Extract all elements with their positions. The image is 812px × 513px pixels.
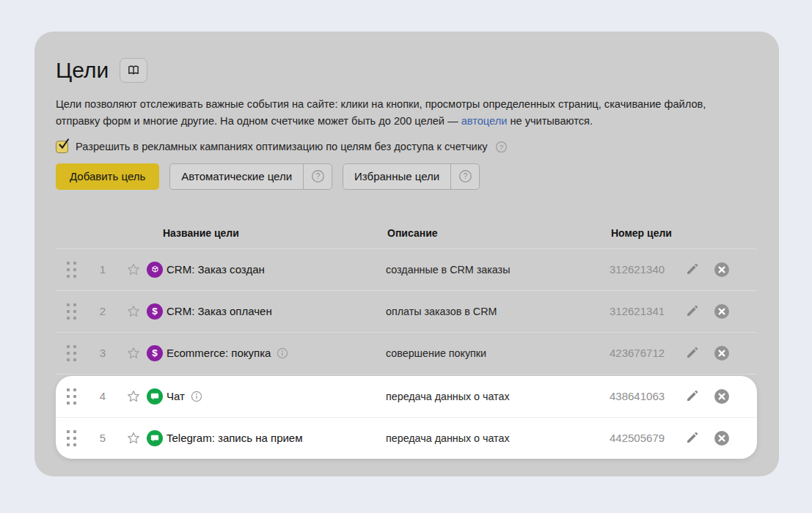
drag-handle[interactable] — [67, 430, 77, 446]
info-icon[interactable] — [191, 391, 202, 402]
drag-handle[interactable] — [67, 262, 77, 278]
goal-id: 438641063 — [610, 390, 679, 402]
favorite-star-icon[interactable] — [125, 303, 142, 320]
optimization-checkbox[interactable] — [56, 141, 68, 153]
toolbar: Добавить цель Автоматические цели ? Избр… — [56, 163, 779, 190]
intro-text-part1: Цели позволяют отслеживать важные событи… — [56, 98, 706, 127]
svg-text:?: ? — [463, 171, 467, 180]
goal-row: 5 Telegram: запись на прием передача дан… — [56, 417, 757, 459]
chat-icon — [147, 388, 163, 405]
table-header: Название цели Описание Номер цели — [56, 218, 757, 248]
docs-button[interactable] — [120, 58, 147, 83]
goal-name: Ecommerce: покупка — [167, 347, 386, 359]
dollar-icon: $ — [147, 345, 163, 361]
add-goal-button[interactable]: Добавить цель — [56, 163, 159, 190]
delete-icon[interactable] — [714, 388, 730, 405]
favorite-goals-button[interactable]: Избранные цели ? — [343, 163, 480, 190]
goals-table: Название цели Описание Номер цели 1 CRM:… — [56, 218, 757, 459]
info-icon[interactable] — [277, 347, 288, 359]
highlighted-rows-group: 4 Чат передача данных о чатах 438641063 — [56, 376, 757, 459]
svg-text:?: ? — [315, 171, 320, 180]
auto-goals-button[interactable]: Автоматические цели ? — [169, 163, 332, 190]
row-number: 3 — [89, 347, 117, 359]
drag-handle[interactable] — [67, 303, 77, 320]
delete-icon[interactable] — [714, 430, 730, 446]
goal-id: 423676712 — [610, 347, 679, 359]
favorite-star-icon[interactable] — [125, 388, 142, 405]
column-header-description: Описание — [387, 227, 611, 239]
goal-name: Telegram: запись на прием — [167, 432, 386, 444]
edit-icon[interactable] — [685, 430, 701, 446]
goal-name: CRM: Заказ создан — [167, 263, 386, 276]
favorite-star-icon[interactable] — [125, 262, 142, 278]
goal-row: 2 $ CRM: Заказ оплачен оплаты заказов в … — [56, 290, 757, 332]
delete-icon[interactable] — [714, 303, 730, 320]
goal-description: совершение покупки — [386, 347, 610, 359]
optimization-checkbox-label: Разрешить в рекламных кампаниях оптимиза… — [76, 141, 488, 152]
edit-icon[interactable] — [685, 262, 701, 278]
goal-row: 3 $ Ecommerce: покупка совершение покупк… — [56, 332, 757, 374]
row-number: 5 — [89, 432, 117, 444]
chat-icon — [147, 430, 163, 446]
goal-id: 312621340 — [610, 263, 679, 276]
goal-row: 1 CRM: Заказ создан созданные в CRM зака… — [56, 248, 757, 290]
drag-handle[interactable] — [67, 388, 77, 405]
goal-id: 442505679 — [610, 432, 679, 444]
favorite-star-icon[interactable] — [125, 430, 142, 446]
drag-handle[interactable] — [67, 345, 77, 361]
goal-id: 312621341 — [610, 305, 679, 317]
intro-text: Цели позволяют отслеживать важные событи… — [56, 96, 744, 130]
goals-card: Цели Цели позволяют отслеживать важные с… — [34, 32, 779, 476]
help-icon[interactable]: ? — [495, 141, 508, 153]
title-row: Цели — [56, 56, 779, 85]
edit-icon[interactable] — [685, 388, 701, 405]
svg-text:?: ? — [499, 142, 502, 150]
goal-description: оплаты заказов в CRM — [386, 306, 610, 317]
help-icon: ? — [311, 169, 325, 183]
help-icon: ? — [458, 169, 472, 183]
book-icon — [126, 63, 141, 78]
goal-row: 4 Чат передача данных о чатах 438641063 — [56, 376, 757, 417]
delete-icon[interactable] — [714, 345, 730, 361]
goal-name: CRM: Заказ оплачен — [167, 305, 386, 317]
edit-icon[interactable] — [685, 303, 701, 320]
checkmark-icon — [56, 137, 71, 152]
intro-text-part2: не учитываются. — [507, 115, 593, 127]
goal-name: Чат — [167, 390, 386, 402]
auto-goals-label: Автоматические цели — [170, 170, 303, 182]
row-number: 2 — [89, 305, 117, 317]
column-header-goal-id: Номер цели — [611, 227, 699, 239]
table-rows-group: 1 CRM: Заказ создан созданные в CRM зака… — [56, 248, 757, 374]
column-header-name: Название цели — [163, 227, 387, 239]
edit-icon[interactable] — [685, 345, 701, 361]
goal-description: передача данных о чатах — [386, 391, 610, 402]
autogoals-link[interactable]: автоцели — [461, 115, 508, 127]
page-title: Цели — [56, 57, 109, 84]
page-background: { "card": { "title": "Цели" }, "intro": … — [0, 0, 812, 513]
favorite-goals-help[interactable]: ? — [450, 164, 479, 189]
favorite-star-icon[interactable] — [125, 345, 142, 361]
goal-description: передача данных о чатах — [386, 432, 610, 444]
goal-description: созданные в CRM заказы — [386, 264, 610, 276]
row-number: 4 — [89, 390, 117, 402]
package-icon — [147, 262, 163, 278]
dollar-icon: $ — [147, 303, 163, 320]
auto-goals-help[interactable]: ? — [303, 164, 332, 189]
delete-icon[interactable] — [714, 262, 730, 278]
optimization-checkbox-row[interactable]: Разрешить в рекламных кампаниях оптимиза… — [56, 141, 508, 153]
row-number: 1 — [89, 263, 117, 276]
favorite-goals-label: Избранные цели — [343, 170, 450, 182]
